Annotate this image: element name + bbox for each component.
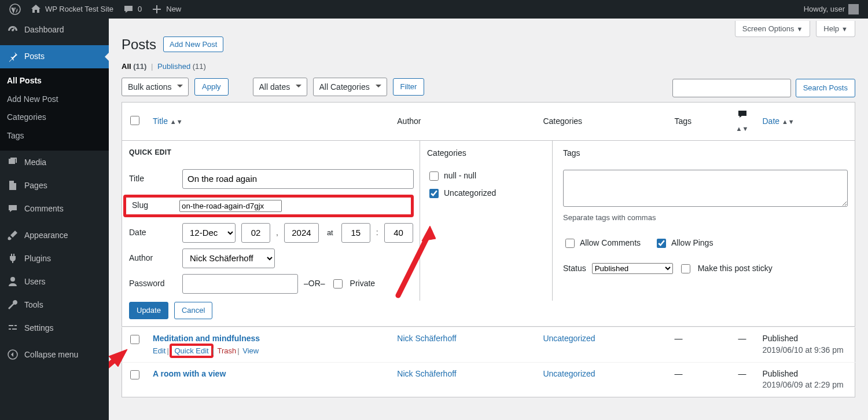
admin-sidebar: Dashboard Posts All Posts Add New Post C… [0,19,109,420]
avatar [848,4,859,14]
column-date[interactable]: Date ▲▼ [757,102,855,140]
menu-media[interactable]: Media [0,151,109,174]
qe-categories-label: Categories [427,148,545,159]
qe-hour-input[interactable] [341,223,370,243]
column-comments[interactable]: ▲▼ [728,102,757,140]
wordpress-icon [9,3,21,15]
home-icon [30,3,42,15]
submenu-tags[interactable]: Tags [0,127,109,145]
menu-appearance[interactable]: Appearance [0,224,109,247]
qe-cat-option[interactable]: Uncategorized [427,187,545,200]
comment-count-link[interactable]: 0 [118,0,146,19]
menu-comments[interactable]: Comments [0,197,109,220]
submenu-all-posts[interactable]: All Posts [0,72,109,90]
row-category[interactable]: Uncategorized [543,369,595,378]
filter-published[interactable]: Published (11) [157,62,206,71]
menu-plugins[interactable]: Plugins [0,247,109,270]
quick-edit-heading: QUICK EDIT [129,148,414,158]
screen-options-button[interactable]: Screen Options▼ [735,21,811,37]
howdy-text: Howdy, user [804,4,845,14]
gauge-icon [7,24,19,36]
page-title: Posts [122,35,156,54]
cancel-button[interactable]: Cancel [174,302,212,319]
slug-highlight: Slug [123,195,414,217]
qe-tags-textarea[interactable] [563,170,848,207]
row-checkbox[interactable] [130,335,139,344]
filter-all[interactable]: All (11) [122,62,146,71]
qe-password-input[interactable] [182,274,298,294]
row-comments: — [728,327,757,362]
menu-posts[interactable]: Posts [0,45,109,68]
column-title[interactable]: Title ▲▼ [147,102,391,140]
pin-icon [7,51,19,63]
menu-pages[interactable]: Pages [0,174,109,197]
row-actions: Edit| Quick Edit| Trash| View [153,346,385,356]
submenu-categories[interactable]: Categories [0,108,109,127]
qe-author-label: Author [129,253,176,264]
row-trash[interactable]: Trash [217,346,236,355]
post-status-filter: All (11) | Published (11) [122,61,855,72]
post-search-input[interactable] [672,79,791,97]
sort-icon: ▲▼ [170,118,183,125]
qe-month-select[interactable]: 12-Dec [182,223,236,243]
qe-allow-pings[interactable]: Allow Pings [654,237,713,250]
date-filter-select[interactable]: All dates [253,78,307,96]
qe-private-checkbox[interactable] [333,279,343,288]
post-title-link[interactable]: Meditation and mindfulness [153,334,260,343]
site-name: WP Rocket Test Site [45,4,113,14]
row-quick-edit[interactable]: Quick Edit [174,346,208,355]
qe-sticky-checkbox[interactable] [681,264,690,273]
row-view[interactable]: View [242,346,259,355]
menu-tools[interactable]: Tools [0,293,109,316]
submenu-add-new[interactable]: Add New Post [0,90,109,109]
category-filter-select[interactable]: All Categories [313,78,387,96]
sort-icon: ▲▼ [736,125,749,132]
qe-tags-label: Tags [563,148,848,159]
bulk-actions-select[interactable]: Bulk actions [122,78,189,96]
page-icon [7,180,19,191]
apply-button[interactable]: Apply [194,78,229,96]
qe-minute-input[interactable] [384,223,413,243]
post-title-link[interactable]: A room with a view [153,369,226,378]
filter-button[interactable]: Filter [393,78,425,96]
add-new-post-button[interactable]: Add New Post [163,36,223,52]
main-content: Screen Options▼ Help▼ Posts Add New Post… [109,19,868,420]
row-category[interactable]: Uncategorized [543,334,595,343]
row-author[interactable]: Nick Schäferhoff [397,369,456,378]
row-edit[interactable]: Edit [153,346,165,355]
help-button[interactable]: Help▼ [816,21,855,37]
quick-edit-panel: QUICK EDIT Title Slug Date 12-Dec , [122,141,855,327]
menu-users[interactable]: Users [0,270,109,293]
site-name-link[interactable]: WP Rocket Test Site [25,0,118,19]
row-tags: — [668,362,727,397]
qe-status-select[interactable]: Published [592,263,673,274]
wp-logo[interactable] [5,0,25,19]
menu-dashboard[interactable]: Dashboard [0,19,109,42]
quick-edit-highlight: Quick Edit [170,344,213,358]
admin-bar: WP Rocket Test Site 0 New Howdy, user [0,0,868,19]
qe-cat-option[interactable]: null - null [427,170,545,182]
select-all-checkbox[interactable] [130,116,139,125]
menu-settings[interactable]: Settings [0,316,109,339]
qe-day-input[interactable] [241,223,270,243]
search-posts-button[interactable]: Search Posts [796,79,855,97]
qe-slug-input[interactable] [179,200,282,212]
row-author[interactable]: Nick Schäferhoff [397,334,456,343]
new-label: New [166,4,181,14]
media-icon [7,156,19,168]
qe-title-label: Title [129,173,176,185]
qe-author-select[interactable]: Nick Schäferhoff [182,249,275,268]
account-link[interactable]: Howdy, user [799,0,863,19]
new-content-link[interactable]: New [146,0,186,19]
chevron-down-icon: ▼ [841,25,848,32]
column-categories: Categories [537,102,668,140]
comment-count: 0 [138,4,142,14]
comments-icon [7,203,19,214]
qe-title-input[interactable] [182,169,414,189]
qe-year-input[interactable] [284,223,319,243]
row-checkbox[interactable] [130,370,139,379]
plus-icon [151,3,163,15]
update-button[interactable]: Update [129,302,168,319]
collapse-menu[interactable]: Collapse menu [0,343,109,366]
qe-allow-comments[interactable]: Allow Comments [563,237,641,250]
